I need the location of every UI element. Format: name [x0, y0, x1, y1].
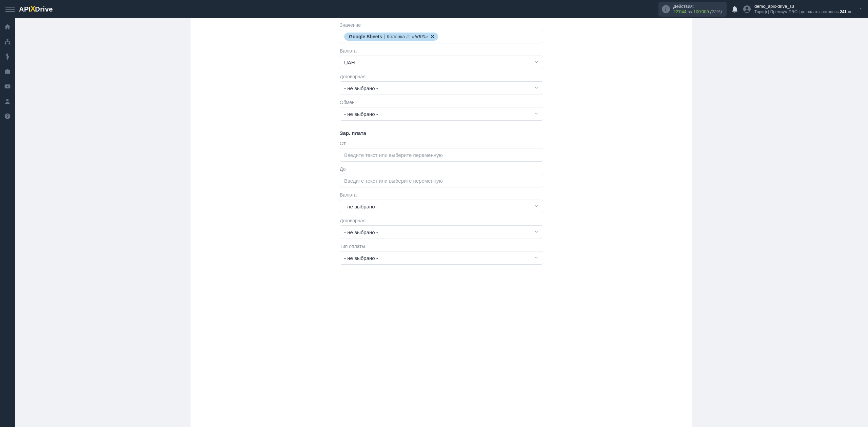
chevron-down-icon	[859, 6, 863, 12]
billing-icon[interactable]	[4, 53, 11, 60]
value-chip: Google Sheets | Колонка J: «5000» ✕	[344, 33, 438, 41]
nego2-label: Договорная	[340, 218, 543, 223]
tariff-suffix: | до оплаты осталось	[798, 9, 839, 14]
logo[interactable]: API X Drive	[19, 4, 53, 14]
paytype-select[interactable]: - не выбрано -	[340, 251, 543, 265]
currency2-value: - не выбрано -	[344, 204, 378, 209]
chip-col-prefix: | Колонка J:	[384, 34, 410, 39]
nego2-select[interactable]: - не выбрано -	[340, 225, 543, 239]
sidebar	[0, 18, 15, 427]
logo-post: Drive	[35, 5, 53, 13]
chevron-down-icon	[534, 229, 539, 235]
currency2-select[interactable]: - не выбрано -	[340, 200, 543, 213]
currency2-label: Валюта	[340, 192, 543, 198]
info-icon: i	[662, 5, 670, 13]
help-icon[interactable]	[4, 113, 11, 120]
tariff-days: 241	[840, 9, 847, 14]
tariff-prefix: Тариф |	[754, 9, 769, 14]
field-from: От	[340, 141, 543, 162]
actions-counter[interactable]: i Действия: 22'044 из 100'000 (22%)	[658, 2, 727, 17]
currency1-value: UAH	[344, 60, 355, 65]
content-area: Значение Google Sheets | Колонка J: «500…	[15, 18, 868, 427]
field-to: До	[340, 166, 543, 187]
svg-rect-3	[5, 43, 6, 44]
video-icon[interactable]	[4, 83, 11, 90]
actions-of: из	[688, 9, 692, 14]
tariff-name: Премиум PRO	[770, 9, 797, 14]
actions-total: 100'000	[693, 9, 709, 14]
notifications-icon[interactable]	[731, 5, 739, 13]
home-icon[interactable]	[4, 23, 11, 30]
chip-source: Google Sheets	[349, 34, 382, 39]
profile-icon[interactable]	[4, 98, 11, 105]
menu-button[interactable]	[5, 4, 15, 14]
user-name: demo_apix-drive_s3	[754, 4, 852, 9]
connections-icon[interactable]	[4, 38, 11, 45]
svg-rect-2	[7, 39, 8, 40]
from-input-box[interactable]	[340, 148, 543, 162]
chevron-down-icon	[534, 111, 539, 117]
actions-text: Действия: 22'044 из 100'000 (22%)	[673, 4, 722, 15]
currency1-select[interactable]: UAH	[340, 56, 543, 69]
user-text: demo_apix-drive_s3 Тариф | Премиум PRO |…	[754, 4, 852, 14]
field-nego1: Договорная - не выбрано -	[340, 74, 543, 95]
exchange-value: - не выбрано -	[344, 111, 378, 117]
nego1-label: Договорная	[340, 74, 543, 79]
value-input[interactable]: Google Sheets | Колонка J: «5000» ✕	[340, 30, 543, 43]
form-card: Значение Google Sheets | Колонка J: «500…	[191, 18, 692, 427]
value-label: Значение	[340, 22, 543, 28]
avatar-icon	[743, 5, 751, 13]
actions-pct: (22%)	[710, 9, 722, 14]
svg-rect-4	[8, 43, 10, 44]
nego1-value: - не выбрано -	[344, 85, 378, 91]
to-input[interactable]	[344, 178, 539, 184]
briefcase-icon[interactable]	[4, 68, 11, 75]
to-input-box[interactable]	[340, 174, 543, 187]
from-label: От	[340, 141, 543, 146]
currency1-label: Валюта	[340, 48, 543, 54]
paytype-label: Тип оплаты	[340, 244, 543, 249]
field-paytype: Тип оплаты - не выбрано -	[340, 244, 543, 265]
exchange-label: Обмен	[340, 100, 543, 105]
nego1-select[interactable]: - не выбрано -	[340, 81, 543, 95]
field-value: Значение Google Sheets | Колонка J: «500…	[340, 22, 543, 43]
nego2-value: - не выбрано -	[344, 229, 378, 235]
svg-point-1	[746, 7, 748, 9]
chevron-down-icon	[534, 204, 539, 209]
salary-section-title: Зар. плата	[340, 130, 543, 136]
chip-col-value: «5000»	[412, 34, 428, 39]
paytype-value: - не выбрано -	[344, 255, 378, 261]
from-input[interactable]	[344, 152, 539, 158]
chevron-down-icon	[534, 255, 539, 261]
logo-pre: API	[19, 5, 31, 13]
to-label: До	[340, 166, 543, 172]
actions-label: Действия:	[673, 4, 722, 9]
logo-x: X	[30, 4, 36, 14]
field-currency2: Валюта - не выбрано -	[340, 192, 543, 213]
app-header: API X Drive i Действия: 22'044 из 100'00…	[0, 0, 868, 18]
field-currency1: Валюта UAH	[340, 48, 543, 69]
chip-remove-icon[interactable]: ✕	[431, 34, 435, 39]
chevron-down-icon	[534, 60, 539, 65]
chevron-down-icon	[534, 85, 539, 91]
user-menu[interactable]: demo_apix-drive_s3 Тариф | Премиум PRO |…	[743, 4, 863, 14]
svg-point-6	[6, 99, 9, 101]
field-exchange: Обмен - не выбрано -	[340, 100, 543, 121]
exchange-select[interactable]: - не выбрано -	[340, 107, 543, 121]
actions-used: 22'044	[673, 9, 687, 14]
tariff-days-unit: дн	[848, 9, 852, 14]
field-nego2: Договорная - не выбрано -	[340, 218, 543, 239]
